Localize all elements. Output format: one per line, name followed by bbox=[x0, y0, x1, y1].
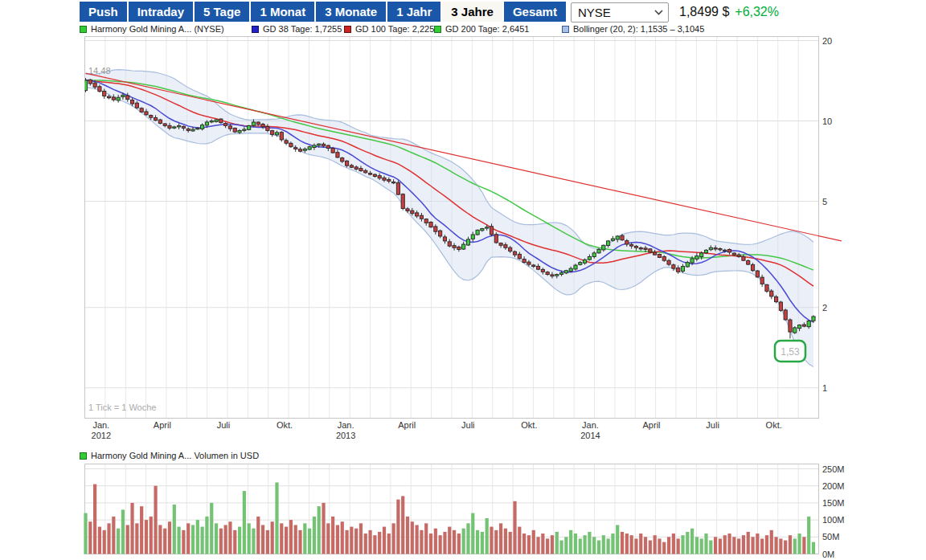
legend-item-0: Harmony Gold Mining A... (NYSE) bbox=[80, 24, 224, 34]
svg-text:2012: 2012 bbox=[92, 431, 111, 440]
tick-note: 1 Tick = 1 Woche bbox=[88, 403, 156, 412]
tab-gesamt[interactable]: Gesamt bbox=[504, 2, 566, 22]
legend-item-2: GD 100 Tage: 2,2257 bbox=[344, 24, 439, 34]
svg-text:50M: 50M bbox=[822, 532, 839, 542]
svg-text:Jan.: Jan. bbox=[338, 420, 354, 430]
svg-text:April: April bbox=[398, 420, 416, 430]
svg-text:Juli: Juli bbox=[217, 420, 231, 430]
svg-text:2: 2 bbox=[822, 303, 827, 313]
tab-push[interactable]: Push bbox=[80, 2, 127, 22]
volume-grid bbox=[85, 464, 819, 554]
legend-swatch bbox=[80, 452, 87, 460]
price-y-axis: 2010521 bbox=[822, 36, 832, 393]
svg-text:Okt.: Okt. bbox=[766, 420, 782, 430]
tab-3-monate[interactable]: 3 Monate bbox=[316, 2, 386, 22]
legend-swatch bbox=[344, 26, 351, 33]
tab-1-monat[interactable]: 1 Monat bbox=[251, 2, 314, 22]
legend-swatch bbox=[80, 26, 87, 33]
exchange-select[interactable]: NYSE bbox=[571, 2, 669, 22]
quote-change: +6,32% bbox=[735, 5, 779, 18]
svg-text:150M: 150M bbox=[822, 498, 845, 508]
legend-item-1: GD 38 Tage: 1,7255 bbox=[252, 24, 342, 34]
svg-text:1 Tick = 1 Woche: 1 Tick = 1 Woche bbox=[88, 403, 156, 412]
quote: 1,8499 $+6,32% bbox=[679, 5, 779, 19]
legend-item-3: GD 200 Tage: 2,6451 bbox=[434, 24, 529, 34]
svg-text:2014: 2014 bbox=[580, 431, 600, 440]
price-x-axis: Jan.2012AprilJuliOkt.Jan.2013AprilJuliOk… bbox=[92, 420, 782, 440]
tab-5-tage[interactable]: 5 Tage bbox=[195, 2, 249, 22]
svg-text:10: 10 bbox=[822, 116, 832, 126]
svg-text:200M: 200M bbox=[822, 481, 845, 491]
svg-text:Jan.: Jan. bbox=[92, 420, 109, 430]
exchange-select-wrap: NYSE bbox=[571, 2, 669, 22]
annotation-low-box: 1,53 bbox=[775, 341, 805, 362]
legend-swatch bbox=[562, 26, 569, 33]
svg-text:Juli: Juli bbox=[706, 420, 719, 430]
svg-text:20: 20 bbox=[822, 36, 832, 46]
annotation-first-high: 14,48 bbox=[88, 66, 111, 76]
svg-text:14,48: 14,48 bbox=[88, 66, 111, 76]
volume-bars bbox=[84, 482, 815, 554]
svg-text:Jan.: Jan. bbox=[582, 420, 599, 430]
legend-swatch bbox=[434, 26, 441, 33]
legend-swatch bbox=[252, 26, 259, 33]
svg-text:April: April bbox=[154, 420, 171, 430]
chart-canvas: 14,481,531 Tick = 1 Woche2010521Jan.2012… bbox=[0, 0, 926, 560]
svg-text:0M: 0M bbox=[822, 550, 834, 559]
svg-text:1: 1 bbox=[822, 383, 827, 393]
legend-item-volume: Harmony Gold Mining A... Volumen in USD bbox=[80, 451, 259, 460]
period-toolbar: PushIntraday5 Tage1 Monat3 Monate1 Jahr3… bbox=[80, 2, 566, 22]
svg-text:Okt.: Okt. bbox=[277, 420, 293, 430]
svg-text:2013: 2013 bbox=[336, 431, 355, 440]
svg-text:1,53: 1,53 bbox=[781, 346, 800, 358]
stock-chart-tool: 14,481,531 Tick = 1 Woche2010521Jan.2012… bbox=[0, 0, 926, 560]
quote-price: 1,8499 $ bbox=[679, 5, 729, 18]
tab-3-jahre[interactable]: 3 Jahre bbox=[442, 2, 502, 22]
legend-item-4: Bollinger (20, 2): 1,1535 – 3,1045 bbox=[562, 24, 704, 34]
volume-y-axis: 250M200M150M100M50M0M bbox=[822, 464, 845, 559]
bollinger-band bbox=[86, 70, 814, 367]
svg-text:Okt.: Okt. bbox=[521, 420, 537, 430]
tab-1-jahr[interactable]: 1 Jahr bbox=[387, 2, 440, 22]
svg-text:5: 5 bbox=[822, 197, 827, 206]
svg-text:100M: 100M bbox=[822, 515, 845, 525]
svg-text:250M: 250M bbox=[822, 464, 845, 474]
svg-text:Juli: Juli bbox=[461, 420, 475, 430]
tab-intraday[interactable]: Intraday bbox=[129, 2, 193, 22]
svg-text:April: April bbox=[643, 420, 661, 430]
